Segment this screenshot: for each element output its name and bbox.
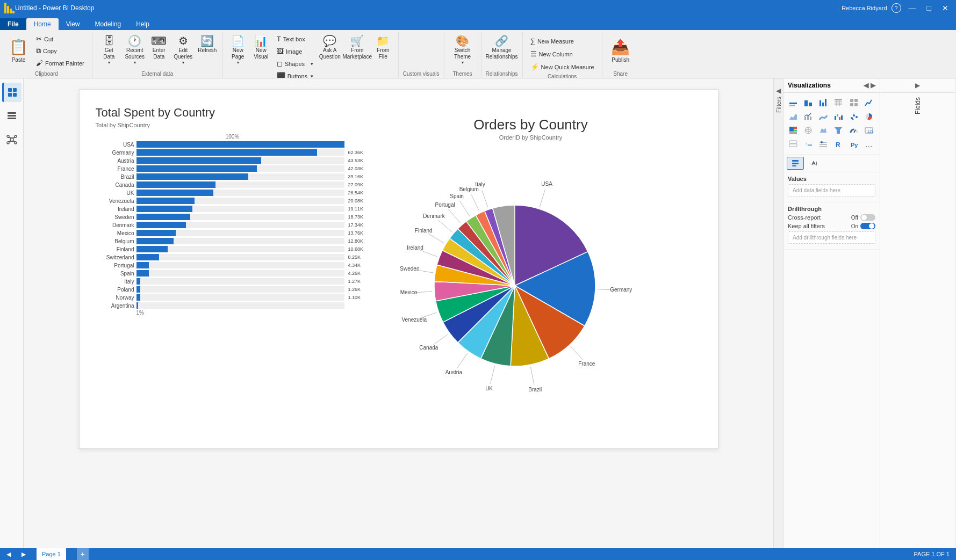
sidebar-btn-report[interactable] [2,83,21,102]
viz-values-drop[interactable]: Add data fields here [788,184,875,197]
from-file-button[interactable]: 📁 FromFile [372,33,394,62]
viz-bar-chart-icon[interactable] [802,96,815,109]
viz-treemap-icon[interactable] [787,124,800,137]
svg-rect-88 [792,163,799,164]
manage-relationships-button[interactable]: 🔗 ManageRelationships [486,33,518,62]
bar-track [136,149,344,156]
viz-scatter-icon[interactable] [847,110,860,123]
switch-theme-button[interactable]: 🎨 SwitchTheme [449,33,477,67]
tab-file[interactable]: File [0,18,26,30]
filters-panel: ◀ Filters [773,78,783,548]
viz-ribbon-icon[interactable] [817,110,830,123]
prev-page-btn[interactable]: ◀ [6,551,11,558]
tab-modeling[interactable]: Modeling [87,18,128,30]
from-marketplace-button[interactable]: 🛒 FromMarketplace [343,33,371,62]
bar-row: France 42.03K [96,165,370,172]
get-data-button[interactable]: 🗄 GetData [97,33,121,67]
keep-filters-toggle[interactable]: On [851,223,875,229]
paste-button[interactable]: 📋 Paste [5,33,32,70]
bar-fill [136,254,160,260]
help-btn[interactable]: ? [892,3,901,13]
viz-panel-back-arrow[interactable]: ◀ [864,82,868,89]
buttons-button[interactable]: ⬛ Buttons [274,70,317,78]
viz-slicer-icon[interactable] [817,138,830,151]
viz-drillthrough-drop[interactable]: Add drillthrough fields here [788,231,875,244]
svg-rect-7 [13,93,17,97]
filters-collapse-arrow[interactable]: ◀ [776,87,781,94]
new-visual-button[interactable]: 📊 NewVisual [250,33,272,62]
viz-funnel-icon[interactable] [832,124,845,137]
viz-card-icon[interactable]: 123 [862,124,875,137]
svg-rect-59 [837,114,838,117]
format-painter-button[interactable]: 🖌 Format Painter [33,57,88,69]
next-page-btn[interactable]: ▶ [21,551,26,558]
sidebar-btn-data[interactable] [2,106,21,126]
new-quick-measure-button[interactable]: ⚡ New Quick Measure [527,61,598,72]
bar-row: Canada 27.09K [96,181,370,188]
viz-map-icon[interactable] [802,124,815,137]
maximize-btn[interactable]: □ [924,4,935,12]
viz-fields-tab[interactable] [787,157,804,170]
viz-line-bar-icon[interactable] [802,110,815,123]
viz-kpi-icon[interactable]: ↑ [802,138,815,151]
fields-arrow[interactable]: ▶ [915,82,920,89]
cross-report-state: Off [851,215,858,221]
svg-line-24 [490,366,494,383]
cut-button[interactable]: ✂ Cut [33,33,88,45]
viz-gauge-icon[interactable] [847,124,860,137]
tab-view[interactable]: View [59,18,88,30]
new-column-button[interactable]: ☰ New Column [527,48,598,60]
viz-ellipsis-icon[interactable]: … [862,138,875,151]
enter-data-button[interactable]: ⌨ EnterData [148,33,170,62]
viz-pie-icon[interactable] [862,110,875,123]
add-page-btn[interactable]: + [77,548,89,560]
bar-fill [136,165,257,172]
page-info: PAGE 1 OF 1 [914,551,950,557]
keep-filters-track[interactable] [860,223,875,229]
pie-chart[interactable]: Orders by Country OrderID by ShipCountry… [364,117,698,428]
refresh-button[interactable]: 🔄 Refresh [197,33,218,56]
new-page-button[interactable]: 📄 NewPage [227,33,249,67]
report-canvas[interactable]: Total Spent by Country Total by ShipCoun… [79,89,718,449]
recent-sources-button[interactable]: 🕐 RecentSources [123,33,147,67]
viz-line-chart-icon[interactable] [862,96,875,109]
copy-button[interactable]: ⧉ Copy [33,45,88,57]
svg-rect-8 [8,112,16,114]
svg-text:123: 123 [867,129,873,133]
viz-matrix-icon[interactable] [847,96,860,109]
new-measure-icon: ∑ [530,37,535,45]
svg-rect-57 [810,117,811,120]
viz-format-tab[interactable] [806,157,823,170]
cross-report-toggle[interactable]: Off [851,214,875,221]
cross-report-track[interactable] [860,214,875,221]
viz-waterfall-icon[interactable] [832,110,845,123]
ask-question-button[interactable]: 💬 Ask AQuestion [318,33,342,62]
viz-r-script-icon[interactable]: R [832,138,845,151]
minimize-btn[interactable]: — [905,4,919,12]
bar-row: Portugal 4.34K [96,262,370,268]
viz-table-icon[interactable] [832,96,845,109]
page-1-tab[interactable]: Page 1 [37,548,66,560]
publish-button[interactable]: 📤 Publish [607,33,635,70]
text-box-button[interactable]: T Text box [274,33,317,45]
viz-panel-forward-arrow[interactable]: ▶ [871,82,875,89]
viz-column-chart-icon[interactable] [817,96,830,109]
edit-queries-button[interactable]: ⚙ EditQueries [171,33,196,67]
viz-multirow-card-icon[interactable] [787,138,800,151]
svg-line-19 [12,141,16,142]
viz-area-chart-icon[interactable] [787,110,800,123]
shapes-button[interactable]: ◻ Shapes [274,58,317,69]
custom-visuals-label: Custom visuals [403,70,440,78]
tab-help[interactable]: Help [128,18,157,30]
image-button[interactable]: 🖼 Image [274,46,317,57]
viz-stacked-bar-icon[interactable] [787,96,800,109]
close-btn[interactable]: ✕ [939,4,952,12]
bar-row: Switzerland 8.25K [96,254,370,260]
user-name: Rebecca Ridyard [842,5,887,11]
sidebar-btn-model[interactable] [2,130,21,149]
new-measure-button[interactable]: ∑ New Measure [527,35,598,47]
bar-chart[interactable]: Total Spent by Country Total by ShipCoun… [96,106,370,433]
viz-filled-map-icon[interactable] [817,124,830,137]
tab-home[interactable]: Home [26,18,59,30]
viz-python-icon[interactable]: Py [847,138,860,151]
